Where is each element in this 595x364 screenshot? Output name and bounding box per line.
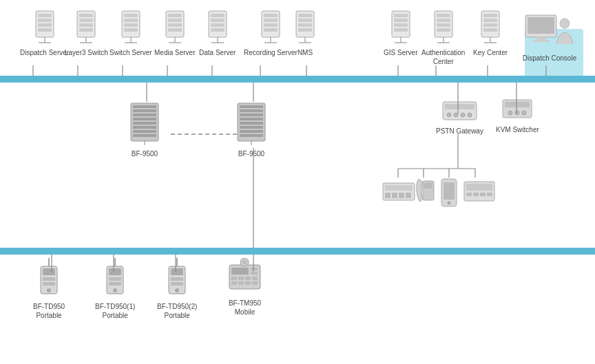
svg-point-125: [454, 113, 458, 117]
nms-label: NMS: [298, 48, 313, 57]
svg-rect-64: [264, 19, 278, 22]
svg-rect-57: [211, 19, 225, 22]
svg-rect-158: [109, 268, 121, 275]
svg-rect-178: [231, 281, 237, 285]
switch-icon: [73, 10, 99, 45]
kvm-switcher-label: KVM Switcher: [496, 125, 539, 134]
svg-rect-106: [133, 118, 156, 120]
svg-rect-43: [124, 19, 138, 22]
server-icon6: [292, 10, 318, 45]
svg-rect-117: [240, 122, 263, 125]
nms: NMS: [292, 10, 318, 57]
dispatch-console-label: Dispatch Console: [523, 54, 576, 63]
layer3-switch-label: Layer3 Switch: [65, 48, 108, 57]
svg-rect-119: [240, 130, 263, 133]
gis-server: GIS Server: [384, 10, 417, 57]
mobile-radio-icon: [226, 258, 264, 296]
svg-point-127: [468, 113, 472, 117]
svg-rect-123: [445, 104, 474, 109]
server-icon4: [205, 10, 231, 45]
kvm-switcher: KVM Switcher: [496, 96, 539, 134]
svg-rect-58: [211, 23, 225, 27]
radio-icon-2: [104, 258, 126, 299]
svg-point-170: [242, 260, 247, 264]
svg-point-130: [508, 111, 512, 115]
svg-rect-181: [252, 281, 258, 285]
svg-rect-77: [394, 14, 408, 17]
svg-point-101: [560, 19, 570, 28]
svg-rect-84: [437, 14, 450, 17]
network-diagram: Dispatch Server Layer3 Switch Switch Ser…: [0, 0, 595, 364]
fax-icon: [382, 178, 416, 204]
svg-rect-154: [43, 282, 55, 286]
svg-rect-45: [124, 28, 138, 32]
svg-rect-80: [394, 28, 408, 32]
svg-rect-66: [264, 28, 278, 32]
svg-rect-175: [238, 277, 244, 280]
server-icon3: [162, 10, 188, 45]
radio-icon-1: [38, 258, 60, 299]
server-icon7: [388, 10, 414, 45]
keypad-icon: [463, 179, 496, 204]
svg-rect-71: [298, 19, 312, 22]
svg-rect-177: [252, 277, 258, 280]
svg-point-167: [175, 288, 179, 292]
bf9500-left-label: BF-9500: [132, 149, 158, 158]
svg-rect-52: [168, 28, 182, 32]
svg-rect-109: [133, 130, 156, 133]
svg-point-126: [461, 113, 465, 117]
svg-rect-134: [385, 185, 413, 191]
svg-rect-78: [394, 19, 408, 22]
svg-rect-120: [240, 134, 263, 137]
svg-rect-147: [473, 193, 479, 196]
svg-point-143: [448, 202, 451, 205]
svg-rect-63: [264, 14, 278, 17]
svg-rect-72: [298, 23, 312, 27]
svg-rect-92: [483, 19, 497, 22]
keypad-terminal: [463, 179, 496, 204]
bf-td950-1: BF-TD950Portable: [33, 258, 65, 320]
pstn-gateway-icon: [441, 96, 479, 124]
mobile-icon: [439, 178, 459, 208]
key-center: Key Center: [473, 10, 508, 57]
svg-rect-28: [38, 14, 52, 17]
svg-rect-136: [392, 193, 397, 198]
svg-rect-153: [43, 277, 55, 281]
svg-rect-44: [124, 23, 138, 27]
svg-rect-118: [240, 126, 263, 129]
svg-rect-145: [466, 184, 492, 191]
dispatch-console-icon: [522, 10, 577, 51]
svg-rect-113: [240, 105, 263, 108]
bf-td950-2-label: BF-TD950(1)Portable: [95, 302, 135, 320]
server-icon: [32, 10, 58, 45]
svg-rect-146: [466, 193, 472, 196]
svg-rect-56: [211, 14, 225, 17]
svg-rect-159: [109, 277, 121, 281]
bf-tm950-label: BF-TM950Mobile: [229, 299, 261, 317]
svg-rect-59: [211, 28, 225, 32]
svg-rect-29: [38, 19, 52, 22]
pstn-gateway-label: PSTN Gateway: [436, 127, 483, 136]
desk-phone: [413, 175, 439, 206]
svg-rect-94: [483, 28, 497, 32]
svg-rect-30: [38, 23, 52, 27]
svg-rect-108: [133, 126, 156, 129]
svg-rect-138: [406, 193, 411, 198]
fax-device: [382, 178, 416, 204]
svg-rect-73: [298, 28, 312, 32]
mobile-phone: [439, 178, 459, 208]
svg-rect-38: [79, 28, 93, 32]
svg-rect-100: [533, 40, 550, 42]
svg-rect-51: [168, 23, 182, 27]
auth-center-label: AuthenticationCenter: [421, 48, 465, 66]
svg-rect-79: [394, 23, 408, 27]
key-center-label: Key Center: [473, 48, 508, 57]
svg-rect-179: [238, 281, 244, 285]
svg-rect-116: [240, 118, 263, 120]
svg-rect-114: [240, 109, 263, 112]
svg-rect-148: [480, 193, 486, 196]
svg-point-161: [113, 288, 117, 292]
svg-rect-103: [133, 105, 156, 108]
bf9500-right: BF-9500: [234, 102, 269, 158]
layer3-switch: Layer3 Switch: [65, 10, 108, 57]
